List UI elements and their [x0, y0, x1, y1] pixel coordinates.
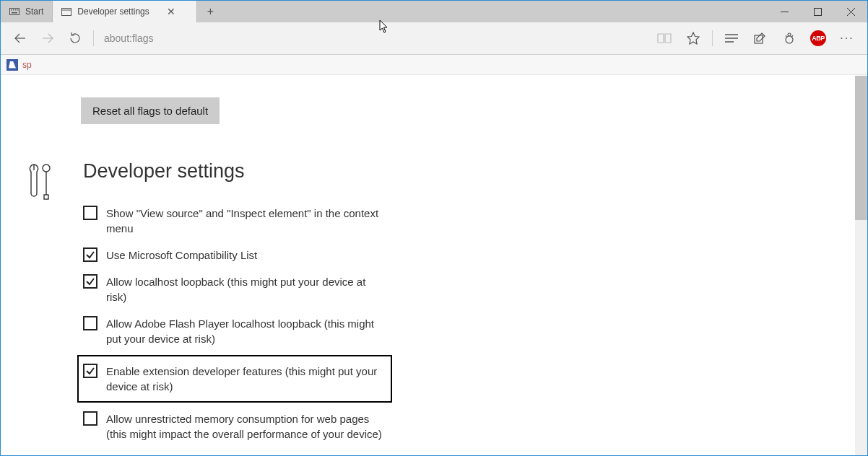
minimize-button[interactable] — [768, 1, 801, 22]
maximize-button[interactable] — [801, 1, 834, 22]
svg-point-23 — [43, 165, 50, 172]
svg-rect-5 — [17, 9, 19, 11]
titlebar: Start Developer settings ✕ + — [1, 1, 867, 22]
checkbox[interactable] — [83, 316, 97, 330]
tab-label: Developer settings — [77, 6, 149, 17]
checkbox[interactable] — [83, 247, 97, 262]
checkbox[interactable] — [83, 206, 97, 220]
toolbar: about:flags ABP ··· — [1, 22, 867, 55]
checkbox[interactable] — [83, 274, 97, 289]
abp-icon[interactable]: ABP — [804, 25, 833, 52]
new-tab-button[interactable]: + — [197, 1, 223, 22]
svg-line-22 — [791, 35, 793, 38]
share-icon[interactable] — [775, 25, 804, 52]
option-row: Allow unrestricted memory consumption fo… — [83, 405, 386, 447]
tab-start[interactable]: Start — [1, 1, 53, 22]
option-label: Show "View source" and "Inspect element"… — [106, 206, 386, 236]
extension-bar: sp — [1, 55, 867, 75]
svg-line-21 — [786, 35, 787, 38]
address-bar[interactable]: about:flags — [98, 32, 154, 44]
option-row: Allow localhost loopback (this might put… — [83, 268, 386, 310]
option-label: Allow localhost loopback (this might put… — [106, 274, 386, 304]
svg-rect-25 — [44, 195, 48, 199]
favorite-icon[interactable] — [679, 25, 708, 52]
window-icon — [61, 8, 71, 16]
svg-rect-6 — [62, 8, 71, 15]
svg-rect-3 — [13, 9, 14, 11]
option-label: Enable extension developer features (thi… — [106, 364, 386, 394]
svg-rect-9 — [814, 8, 821, 15]
tab-label: Start — [25, 6, 43, 17]
close-tab-icon[interactable]: ✕ — [167, 6, 175, 17]
option-row: Show "View source" and "Inspect element"… — [83, 200, 386, 242]
keyboard-icon — [9, 8, 19, 15]
scrollbar-thumb[interactable] — [855, 76, 867, 220]
notes-icon[interactable] — [746, 25, 775, 52]
back-button[interactable] — [6, 25, 34, 52]
svg-rect-4 — [15, 9, 17, 11]
svg-point-20 — [788, 33, 791, 36]
abp-badge: ABP — [810, 30, 826, 46]
divider — [712, 30, 713, 46]
ext-item-icon[interactable] — [6, 59, 18, 71]
divider — [93, 30, 94, 46]
ext-item-label[interactable]: sp — [22, 60, 32, 70]
svg-rect-1 — [12, 12, 17, 14]
option-label: Allow Adobe Flash Player localhost loopb… — [106, 316, 386, 346]
address-text: about:flags — [104, 32, 154, 44]
reading-list-icon[interactable] — [717, 25, 746, 52]
refresh-button[interactable] — [61, 25, 89, 52]
svg-rect-2 — [11, 9, 12, 11]
tab-developer-settings[interactable]: Developer settings ✕ — [53, 1, 197, 22]
wrench-icon — [27, 163, 56, 203]
svg-rect-0 — [10, 9, 19, 15]
window-controls — [768, 1, 867, 22]
content-area: Reset all flags to default Developer set… — [1, 76, 867, 455]
reading-view-icon[interactable] — [650, 25, 679, 52]
option-row: Use Microsoft Compatibility List — [83, 242, 386, 268]
option-row: Enable extension developer features (thi… — [77, 355, 392, 403]
close-window-button[interactable] — [834, 1, 867, 22]
option-row: Allow Adobe Flash Player localhost loopb… — [83, 310, 386, 352]
more-icon[interactable]: ··· — [833, 25, 862, 52]
forward-button[interactable] — [34, 25, 61, 52]
checkbox[interactable] — [83, 364, 97, 378]
reset-flags-button[interactable]: Reset all flags to default — [81, 97, 220, 124]
option-label: Use Microsoft Compatibility List — [106, 247, 257, 263]
svg-marker-14 — [687, 32, 699, 44]
page-heading: Developer settings — [83, 160, 386, 183]
option-label: Allow unrestricted memory consumption fo… — [106, 411, 386, 442]
checkbox[interactable] — [83, 411, 97, 426]
